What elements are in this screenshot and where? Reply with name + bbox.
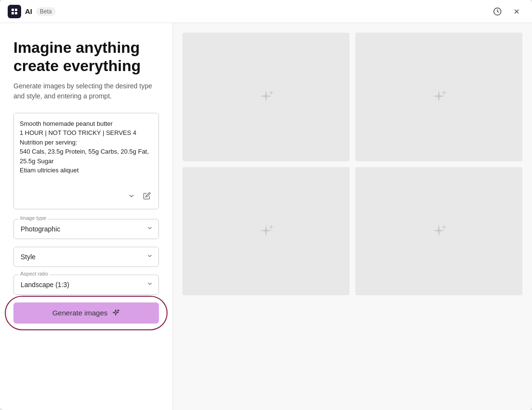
svg-rect-0 (12, 9, 14, 11)
sparkle-icon-1 (257, 88, 275, 106)
scroll-down-button[interactable] (126, 190, 137, 203)
image-grid (182, 33, 522, 295)
prompt-textarea[interactable] (20, 119, 153, 186)
style-select[interactable]: Style Style 1 Style 2 (13, 247, 159, 267)
right-panel (173, 23, 532, 410)
aspect-ratio-group: Aspect ratio Landscape (1:3) Portrait (3… (13, 275, 159, 295)
generate-button[interactable]: Generate images (13, 302, 159, 324)
close-icon (513, 8, 520, 15)
svg-rect-2 (12, 12, 14, 14)
history-icon (493, 7, 502, 16)
generate-button-wrapper: Generate images (13, 302, 159, 324)
page-title: Imagine anything create everything (13, 38, 159, 75)
style-group: Style Style 1 Style 2 (13, 247, 159, 267)
image-placeholder-3 (182, 167, 350, 296)
app-name-label: AI (25, 7, 32, 15)
title-bar-left: AI Beta (8, 5, 490, 18)
image-type-label: Image type (18, 215, 48, 221)
image-type-select[interactable]: Photographic Illustration Abstract Digit… (13, 219, 159, 239)
image-type-group: Image type Photographic Illustration Abs… (13, 219, 159, 239)
page-description: Generate images by selecting the desired… (13, 81, 159, 101)
title-bar: AI Beta (0, 0, 532, 23)
app-logo (8, 5, 21, 18)
edit-button[interactable] (141, 190, 153, 203)
generate-button-label: Generate images (52, 309, 108, 317)
image-placeholder-4 (355, 167, 522, 296)
close-button[interactable] (509, 4, 524, 19)
chevron-down-icon (128, 192, 135, 200)
sparkle-icon-2 (430, 88, 447, 106)
generate-sparkle-icon (111, 309, 120, 317)
main-content: Imagine anything create everything Gener… (0, 23, 532, 410)
svg-rect-3 (15, 12, 17, 14)
image-placeholder-2 (355, 33, 522, 161)
aspect-ratio-select[interactable]: Landscape (1:3) Portrait (3:4) Square (1… (13, 275, 159, 295)
beta-badge: Beta (36, 7, 56, 16)
history-button[interactable] (490, 4, 505, 19)
image-placeholder-1 (182, 33, 350, 161)
left-panel: Imagine anything create everything Gener… (0, 23, 173, 410)
title-bar-actions (490, 4, 524, 19)
edit-icon (143, 192, 151, 200)
sparkle-icon-4 (430, 223, 447, 240)
aspect-ratio-label: Aspect ratio (18, 271, 50, 277)
svg-rect-1 (15, 9, 17, 11)
sparkle-icon-3 (257, 223, 275, 240)
app-window: AI Beta Imagine anything create everythi… (0, 0, 532, 410)
prompt-actions (20, 190, 153, 203)
prompt-container (13, 113, 159, 209)
